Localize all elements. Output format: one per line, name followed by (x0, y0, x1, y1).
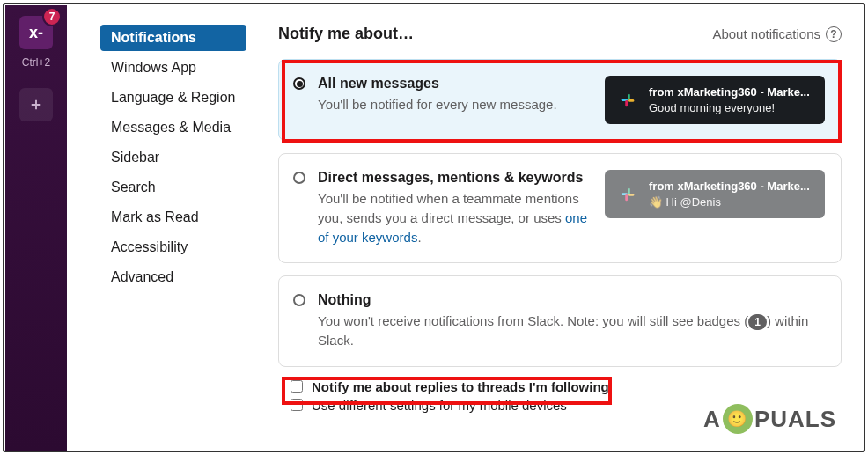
preview-message: Good morning everyone! (649, 100, 810, 116)
sidebar-item-advanced[interactable]: Advanced (100, 264, 246, 290)
watermark: A 🙂 PUALS (703, 404, 836, 434)
sidebar-item-language-region[interactable]: Language & Region (100, 84, 246, 111)
preferences-panel: Notifications Windows App Language & Reg… (67, 5, 863, 450)
notification-preview: from xMarketing360 - Marke... Good morni… (605, 76, 825, 124)
preview-from: from xMarketing360 - Marke... (649, 179, 810, 194)
sidebar-item-messages-media[interactable]: Messages & Media (100, 114, 246, 141)
sidebar-item-mark-as-read[interactable]: Mark as Read (100, 204, 246, 231)
option-all-new-messages[interactable]: All new messages You'll be notified for … (278, 59, 842, 141)
about-label: About notifications (712, 26, 820, 41)
radio-dm[interactable] (293, 172, 305, 184)
sidebar-item-windows-app[interactable]: Windows App (100, 55, 246, 81)
sidebar-item-accessibility[interactable]: Accessibility (100, 234, 246, 261)
checkbox-threads-label: Notify me about replies to threads I'm f… (312, 379, 609, 394)
preview-text: from xMarketing360 - Marke... Good morni… (649, 84, 810, 115)
option-title: Direct messages, mentions & keywords (318, 170, 592, 186)
section-title: Notify me about… (278, 25, 414, 43)
option-desc: You'll be notified when a teammate menti… (318, 189, 592, 246)
sidebar-item-search[interactable]: Search (100, 174, 246, 201)
workspace-initial: x- (29, 24, 43, 42)
workspace-rail: x- 7 Ctrl+2 (5, 5, 67, 451)
radio-nothing[interactable] (293, 294, 305, 306)
svg-rect-1 (628, 93, 630, 99)
preview-message: 👋 Hi @Denis (649, 194, 810, 210)
option-direct-messages[interactable]: Direct messages, mentions & keywords You… (278, 153, 842, 263)
preview-from: from xMarketing360 - Marke... (649, 84, 810, 100)
svg-rect-7 (625, 194, 628, 201)
option-title: Nothing (318, 292, 825, 308)
workspace-shortcut: Ctrl+2 (22, 56, 50, 69)
help-icon: ? (826, 26, 842, 42)
preferences-sidebar: Notifications Windows App Language & Reg… (67, 5, 252, 450)
checkbox-mobile-label: Use different settings for my mobile dev… (312, 398, 567, 413)
badge-icon: 1 (748, 314, 767, 330)
option-desc: You'll be notified for every new message… (318, 95, 592, 114)
checkbox-threads[interactable]: Notify me about replies to threads I'm f… (291, 379, 842, 394)
svg-rect-2 (628, 99, 634, 102)
svg-rect-3 (625, 100, 628, 106)
svg-rect-6 (628, 194, 634, 196)
preview-text: from xMarketing360 - Marke... 👋 Hi @Deni… (649, 179, 810, 209)
checkbox-mobile-input[interactable] (291, 399, 303, 411)
option-text: Direct messages, mentions & keywords You… (318, 170, 592, 246)
option-text: All new messages You'll be notified for … (318, 76, 592, 124)
checkbox-threads-input[interactable] (291, 380, 303, 393)
option-text: Nothing You won't receive notifications … (318, 292, 825, 350)
about-notifications-link[interactable]: About notifications ? (712, 26, 842, 42)
slack-icon (615, 88, 640, 113)
notification-preview-faded: from xMarketing360 - Marke... 👋 Hi @Deni… (605, 170, 825, 218)
svg-rect-5 (628, 187, 630, 194)
slack-icon (615, 182, 640, 207)
mascot-icon: 🙂 (723, 404, 753, 434)
add-workspace-button[interactable] (19, 88, 53, 121)
sidebar-item-notifications[interactable]: Notifications (100, 25, 246, 51)
option-desc: You won't receive notifications from Sla… (318, 312, 825, 350)
workspace-switcher[interactable]: x- 7 (19, 16, 53, 49)
option-nothing[interactable]: Nothing You won't receive notifications … (278, 275, 842, 367)
sidebar-item-sidebar[interactable]: Sidebar (100, 144, 246, 171)
plus-icon (28, 97, 44, 113)
radio-all[interactable] (293, 77, 305, 90)
unread-badge: 7 (42, 7, 62, 26)
section-header: Notify me about… About notifications ? (278, 25, 842, 43)
option-title: All new messages (318, 76, 592, 92)
preferences-main: Notify me about… About notifications ? A… (252, 5, 863, 450)
